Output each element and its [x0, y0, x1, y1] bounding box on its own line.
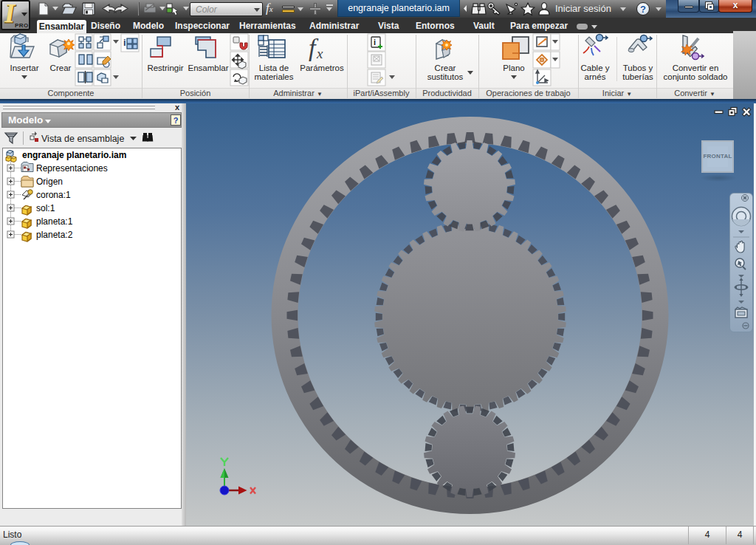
svg-text:Representaciones: Representaciones [36, 163, 108, 174]
svg-text:corona:1: corona:1 [36, 190, 71, 200]
svg-text:i: i [123, 37, 126, 48]
svg-text:Vista de ensamblaje: Vista de ensamblaje [41, 134, 124, 144]
svg-text:planeta:2: planeta:2 [36, 230, 73, 240]
svg-text:planeta:1: planeta:1 [36, 216, 73, 227]
svg-text:i: i [374, 38, 376, 47]
svg-text:sol:1: sol:1 [36, 203, 55, 213]
svg-text:engranaje planetario.iam: engranaje planetario.iam [22, 150, 126, 160]
svg-text:x: x [316, 46, 323, 61]
svg-text:Origen: Origen [36, 176, 63, 187]
